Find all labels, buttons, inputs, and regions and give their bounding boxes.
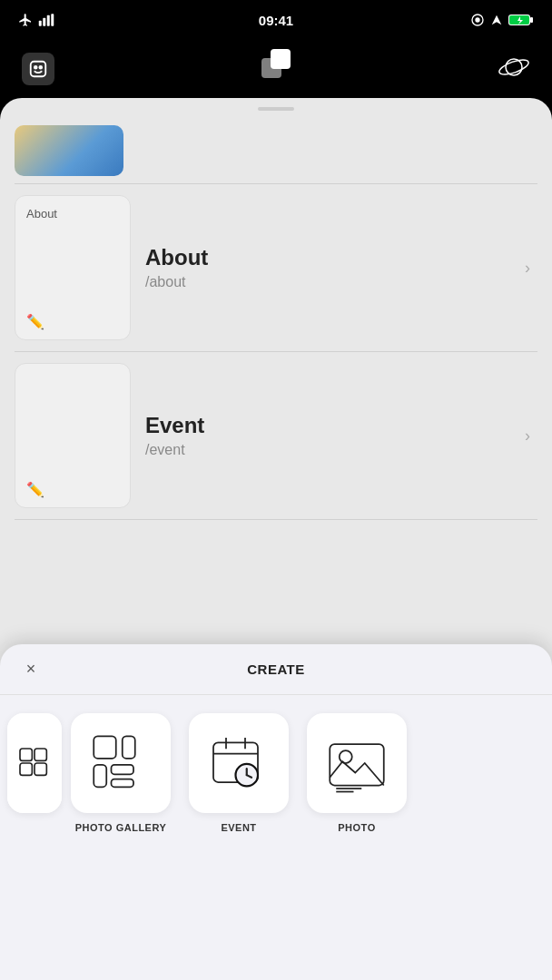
logo-icon	[254, 45, 298, 89]
photo-gallery-label: PHOTO GALLERY	[75, 822, 167, 833]
create-item-partial[interactable]	[7, 713, 62, 813]
edit-icon-about: ✏️	[26, 313, 44, 330]
svg-rect-11	[31, 62, 46, 77]
create-bottom-sheet: × CREATE	[0, 644, 552, 980]
event-create-label: EVENT	[221, 822, 256, 833]
status-right	[470, 13, 534, 27]
drag-handle[interactable]	[258, 107, 294, 111]
partial-thumbnail	[15, 125, 123, 176]
svg-point-5	[476, 18, 479, 22]
record-icon	[470, 13, 485, 27]
top-nav	[0, 40, 552, 98]
about-chevron-icon: ›	[525, 259, 530, 278]
svg-marker-6	[492, 15, 502, 25]
create-item-event[interactable]: EVENT	[180, 713, 298, 833]
create-item-photo[interactable]: PHOTO	[298, 713, 416, 833]
event-page-title: Event	[145, 413, 510, 438]
svg-rect-3	[51, 14, 54, 26]
status-bar: 09:41	[0, 0, 552, 40]
svg-rect-21	[34, 763, 46, 775]
event-page-info: Event /event	[131, 413, 525, 458]
photo-gallery-icon	[89, 731, 153, 795]
create-item-photo-gallery[interactable]: PHOTO GALLERY	[62, 713, 180, 833]
partial-scroll-item	[15, 118, 537, 184]
about-thumb-label: About	[26, 207, 119, 220]
svg-rect-24	[94, 765, 106, 788]
event-page-slug: /event	[145, 442, 510, 458]
svg-point-17	[498, 57, 530, 78]
photo-icon-box	[307, 713, 407, 813]
svg-rect-19	[34, 749, 46, 760]
event-chevron-icon: ›	[525, 426, 530, 446]
pages-list: About ✏️ About /about › ✏️ Event /event …	[0, 118, 552, 520]
svg-rect-0	[39, 21, 42, 26]
svg-rect-34	[330, 744, 384, 786]
svg-point-13	[39, 66, 42, 69]
svg-rect-2	[47, 15, 50, 26]
svg-point-12	[34, 66, 37, 69]
photo-gallery-icon-box	[71, 713, 171, 813]
about-page-info: About /about	[131, 245, 525, 290]
sheet-title: CREATE	[247, 662, 305, 677]
page-item-event[interactable]: ✏️ Event /event ›	[15, 352, 537, 520]
svg-rect-15	[261, 58, 281, 78]
airplane-icon	[18, 13, 33, 27]
svg-rect-26	[112, 779, 134, 788]
planet-icon-button[interactable]	[498, 51, 530, 87]
svg-rect-22	[94, 736, 116, 759]
svg-rect-25	[112, 765, 134, 775]
svg-point-35	[340, 750, 352, 763]
status-left	[18, 13, 54, 27]
smiley-icon	[28, 59, 48, 79]
main-content: About ✏️ About /about › ✏️ Event /event …	[0, 98, 552, 980]
svg-rect-20	[20, 763, 32, 775]
event-calendar-icon	[207, 731, 271, 795]
edit-icon-event: ✏️	[26, 481, 44, 498]
status-time: 09:41	[259, 13, 293, 28]
svg-rect-18	[20, 749, 32, 760]
close-sheet-button[interactable]: ×	[18, 657, 44, 682]
app-logo	[254, 45, 298, 93]
about-thumbnail: About ✏️	[15, 195, 131, 340]
about-page-slug: /about	[145, 274, 510, 290]
about-page-title: About	[145, 245, 510, 270]
event-icon-box	[189, 713, 289, 813]
planet-icon	[498, 51, 530, 83]
event-thumbnail: ✏️	[15, 363, 131, 508]
create-options-grid: PHOTO GALLERY	[0, 695, 552, 851]
svg-rect-23	[123, 736, 135, 759]
svg-rect-9	[530, 17, 533, 23]
photo-icon	[325, 731, 389, 795]
navigation-icon	[490, 14, 503, 26]
photo-label: PHOTO	[338, 822, 375, 833]
partial-icon-box	[7, 713, 62, 813]
battery-icon	[508, 14, 534, 26]
page-item-about[interactable]: About ✏️ About /about ›	[15, 184, 537, 352]
sheet-header: × CREATE	[0, 644, 552, 695]
signal-icon	[38, 14, 54, 26]
partial-create-icon	[16, 745, 53, 781]
svg-rect-1	[43, 18, 45, 26]
face-icon-button[interactable]	[22, 53, 54, 85]
